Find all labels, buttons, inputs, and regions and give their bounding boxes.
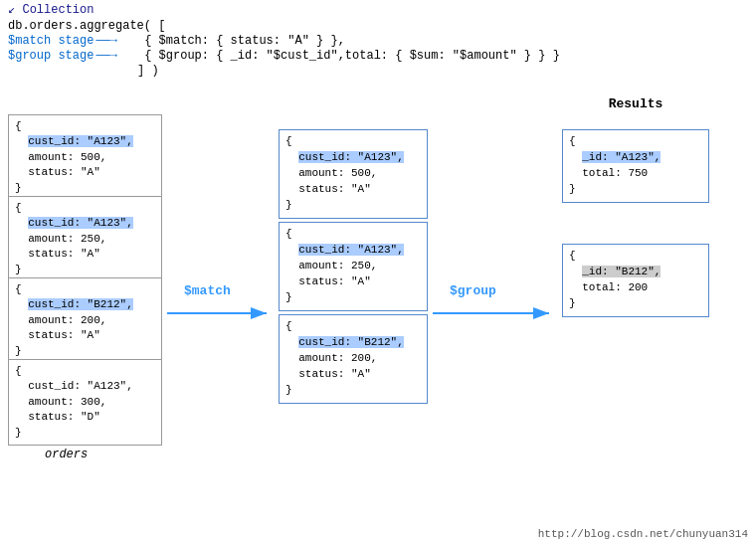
- diagram-area: { cust_id: "A123", amount: 500, status: …: [0, 114, 756, 514]
- match-stage-label[interactable]: $match stage: [8, 34, 94, 48]
- group-stage-code: { $group: { _id: "$cust_id",total: { $su…: [137, 49, 560, 63]
- results-doc-1: { _id: "A123", total: 750 }: [562, 129, 709, 203]
- orders-label: orders: [45, 448, 88, 461]
- match-stage-code: { $match: { status: "A" } },: [137, 34, 345, 48]
- middle-doc-1: { cust_id: "A123", amount: 500, status: …: [279, 129, 428, 219]
- results-title: Results: [562, 96, 709, 111]
- results-doc-2: { _id: "B212", total: 200 }: [562, 244, 709, 317]
- collection-doc-1: { cust_id: "A123", amount: 500, status: …: [8, 114, 162, 201]
- collection-doc-2: { cust_id: "A123", amount: 250, status: …: [8, 196, 162, 282]
- collection-doc-3: { cust_id: "B212", amount: 200, status: …: [8, 277, 162, 364]
- match-arrow-label: $match: [184, 283, 231, 298]
- middle-doc-3: { cust_id: "B212", amount: 200, status: …: [279, 314, 428, 404]
- url-label: http://blog.csdn.net/chunyuan314: [538, 528, 748, 540]
- collection-doc-4: { cust_id: "A123", amount: 300, status: …: [8, 359, 162, 446]
- group-stage-label[interactable]: $group stage: [8, 49, 94, 63]
- aggregate-line: db.orders.aggregate( [: [8, 19, 560, 33]
- close-bracket: ] ): [137, 64, 560, 78]
- collection-label: ↙ Collection: [8, 2, 560, 17]
- match-arrow-svg: [167, 298, 275, 328]
- middle-doc-2: { cust_id: "A123", amount: 250, status: …: [279, 222, 428, 311]
- group-arrow-label: $group: [450, 283, 496, 298]
- group-arrow-svg: [433, 298, 557, 328]
- code-header: ↙ Collection db.orders.aggregate( [ $mat…: [8, 2, 560, 78]
